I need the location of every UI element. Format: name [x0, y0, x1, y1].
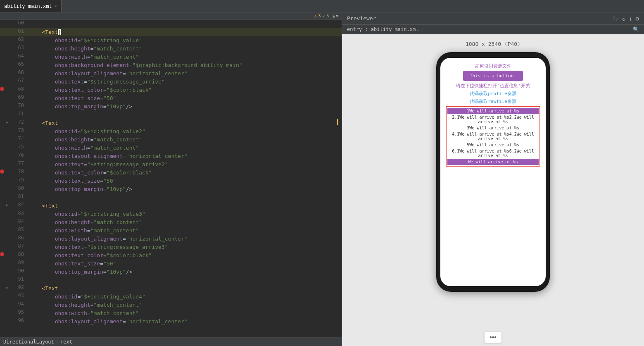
- line-number: 95: [12, 309, 24, 315]
- tab-filename: ability_main.xml: [4, 3, 52, 9]
- previewer-pane: Previewer Tr ↻ ↓ ⚙ entry : ability_main.…: [342, 12, 644, 346]
- line-gutter-66: 66: [0, 69, 27, 75]
- table-row: 66 ohos:layout_alignment="horizontal_cen…: [0, 69, 342, 78]
- screen-row-5: 5We will arrive at %s: [447, 142, 539, 148]
- line-number: 94: [12, 301, 24, 307]
- code-content: ohos:layout_alignment="horizontal_center…: [27, 235, 333, 243]
- table-row: 78 ohos:text_color="$color:black": [0, 169, 342, 177]
- editor-pane: ⚠ 3 ✓ 5 ▲ ▼ 60: [0, 12, 342, 346]
- code-content: <Text: [27, 202, 333, 210]
- more-options-button[interactable]: •••: [485, 332, 501, 343]
- code-content: ohos:height="match_content": [27, 136, 333, 144]
- line-number: 69: [12, 94, 24, 100]
- previewer-header: Previewer Tr ↻ ↓ ⚙: [342, 12, 644, 25]
- line-number: 67: [12, 78, 24, 84]
- code-editor[interactable]: 60 61 <Text| 62: [0, 20, 342, 337]
- line-number: 85: [12, 227, 24, 232]
- tab-close-button[interactable]: ×: [55, 4, 57, 8]
- code-content: <Text: [27, 119, 333, 127]
- fold-arrow[interactable]: ▶: [6, 120, 11, 124]
- line-number: 72: [12, 119, 24, 125]
- code-content: ohos:text_color="$color:black": [27, 169, 333, 177]
- code-content: ohos:background_element="$graphic:backgr…: [27, 61, 333, 69]
- screen-row-2: 2.1We will arrive at %s2.2We will arrive…: [447, 114, 539, 125]
- breakpoint-indicator: [0, 252, 4, 256]
- screen-button-1[interactable]: This is a button.: [463, 71, 523, 81]
- breadcrumb-child: Text: [60, 339, 72, 345]
- code-content: ohos:top_margin="10vp"/>: [27, 185, 333, 193]
- table-row: 87 ohos:text="$string:message_arrive3": [0, 243, 342, 251]
- table-row: 83 ohos:id="$+id:string_value3": [0, 210, 342, 218]
- line-gutter-73: 73: [0, 127, 27, 133]
- settings-icon[interactable]: ⚙: [636, 15, 639, 22]
- fold-arrow[interactable]: ▶: [6, 203, 11, 207]
- line-number: 66: [12, 69, 24, 75]
- breadcrumb-separator: ›: [56, 339, 59, 345]
- line-gutter-71: 71: [0, 111, 27, 117]
- table-row: 85 ohos:width="match_content": [0, 227, 342, 235]
- line-number: 64: [12, 53, 24, 59]
- text-format-icon[interactable]: Tr: [612, 14, 618, 23]
- down-arrow-icon[interactable]: ▼: [336, 14, 338, 18]
- right-gutter: [333, 119, 342, 125]
- screen-link-4: 代码获取rawfile资源: [470, 98, 516, 105]
- line-gutter-79: 79: [0, 177, 27, 183]
- line-gutter-92: ▶ 92: [0, 284, 27, 290]
- line-gutter-80: 80: [0, 185, 27, 191]
- code-content: ohos:text_color="$color:black": [27, 251, 333, 260]
- line-number: 65: [12, 61, 24, 67]
- line-gutter-78: 78: [0, 169, 27, 174]
- line-gutter-83: 83: [0, 210, 27, 216]
- breakpoint-indicator: [0, 169, 4, 174]
- table-row: 81: [0, 193, 342, 202]
- table-row: 60: [0, 20, 342, 28]
- code-content: ohos:height="match_content": [27, 218, 333, 227]
- code-content: ohos:width="match_content": [27, 53, 333, 61]
- line-number: 82: [12, 202, 24, 208]
- line-gutter-87: 87: [0, 243, 27, 249]
- entry-label: entry : ability_main.xml 🔍: [342, 25, 644, 34]
- line-number: 78: [12, 169, 24, 174]
- line-number: 91: [12, 276, 24, 282]
- line-number: 90: [12, 268, 24, 274]
- line-number: 63: [12, 45, 24, 50]
- screen-bordered-box: 1We will arrive at %s 2.1We will arrive …: [446, 106, 541, 167]
- code-content: ohos:layout_alignment="horizontal_center…: [27, 69, 333, 78]
- table-row: 80 ohos:top_margin="10vp"/>: [0, 185, 342, 193]
- table-row: 70 ohos:top_margin="10vp"/>: [0, 103, 342, 111]
- table-row: 75 ohos:width="match_content": [0, 144, 342, 152]
- line-gutter-62: 62: [0, 36, 27, 42]
- line-gutter-95: 95: [0, 309, 27, 315]
- table-row: 88 ohos:text_color="$color:black": [0, 251, 342, 260]
- table-row: 67 ohos:text="$string:message_arrive": [0, 78, 342, 86]
- download-icon[interactable]: ↓: [629, 15, 632, 22]
- table-row: 91: [0, 276, 342, 284]
- line-gutter-81: 81: [0, 193, 27, 199]
- line-gutter-84: 84: [0, 218, 27, 224]
- up-arrow-icon[interactable]: ▲: [333, 14, 335, 18]
- line-number: 96: [12, 317, 24, 323]
- previewer-body[interactable]: 1080 x 2340 (P40) 如何引用资源文件 This is a but…: [342, 34, 644, 329]
- previewer-footer: •••: [342, 329, 644, 346]
- table-row: 95 ohos:width="match_content": [0, 309, 342, 317]
- code-content: ohos:text="$string:message_arrive": [27, 78, 333, 86]
- line-gutter-76: 76: [0, 152, 27, 158]
- device-frame: 如何引用资源文件 This is a button. 请在下拉快捷栏打开'位置信…: [436, 52, 550, 292]
- line-number: 61: [12, 28, 24, 34]
- refresh-icon[interactable]: ↻: [622, 15, 625, 22]
- tab-ability-main-xml[interactable]: ability_main.xml ×: [0, 0, 62, 12]
- line-gutter-60: 60: [0, 20, 27, 26]
- search-icon[interactable]: 🔍: [633, 26, 639, 32]
- tab-bar: ability_main.xml ×: [0, 0, 644, 12]
- code-content: ohos:width="match_content": [27, 227, 333, 235]
- table-row: 90 ohos:top_margin="10vp"/>: [0, 268, 342, 276]
- line-number: 84: [12, 218, 24, 224]
- previewer-header-icons: Tr ↻ ↓ ⚙: [612, 14, 639, 23]
- line-number: 80: [12, 185, 24, 191]
- warning-badge: ⚠ 3: [314, 13, 321, 19]
- line-gutter-61: 61: [0, 28, 27, 34]
- fold-arrow[interactable]: ▶: [6, 285, 11, 290]
- screen-content: 如何引用资源文件 This is a button. 请在下拉快捷栏打开'位置信…: [440, 61, 546, 168]
- table-row: 64 ohos:width="match_content": [0, 53, 342, 61]
- code-content: ohos:height="match_content": [27, 45, 333, 53]
